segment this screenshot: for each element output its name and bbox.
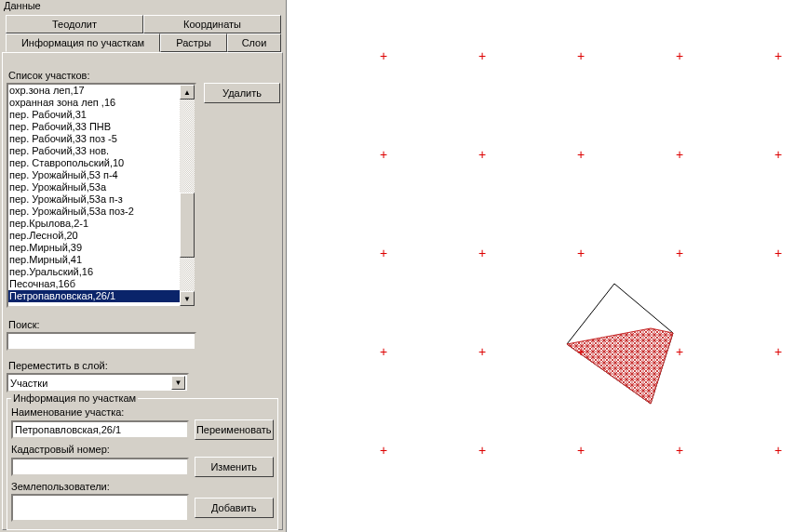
grid-cross-icon: + bbox=[380, 49, 387, 62]
grid-cross-icon: + bbox=[676, 148, 683, 161]
rename-button[interactable]: Переименовать bbox=[195, 419, 274, 440]
grid-cross-icon: + bbox=[478, 444, 486, 457]
grid-cross-icon: + bbox=[774, 345, 782, 358]
grid-cross-icon: + bbox=[478, 148, 486, 161]
tab-layers[interactable]: Слои bbox=[227, 33, 281, 52]
panel-body: Список участков: охр.зона леп,17охранная… bbox=[2, 52, 283, 530]
move-layer-label: Переместить в слой: bbox=[8, 360, 280, 371]
tab-coordinates[interactable]: Координаты bbox=[143, 15, 281, 33]
cadastral-label: Кадастровый номер: bbox=[11, 444, 274, 455]
add-button[interactable]: Добавить bbox=[195, 498, 274, 518]
cadastral-input[interactable] bbox=[11, 458, 189, 476]
landusers-label: Землепользователи: bbox=[11, 481, 274, 492]
grid-cross-icon: + bbox=[577, 345, 585, 358]
list-item[interactable]: пер.Лесной,20 bbox=[8, 230, 180, 242]
parcel-polygon[interactable] bbox=[554, 279, 677, 409]
list-item[interactable]: пер. Ставропольский,10 bbox=[8, 157, 180, 169]
list-item[interactable]: Петропавловская,26/1 bbox=[8, 290, 180, 302]
info-fieldset: Информация по участкам Наименование учас… bbox=[7, 398, 278, 530]
parcel-name-label: Наименование участка: bbox=[11, 406, 274, 418]
listbox-scrollbar[interactable]: ▲ ▼ bbox=[180, 85, 195, 306]
grid-cross-icon: + bbox=[676, 49, 683, 62]
list-item[interactable]: пер. Рабочий,33 нов. bbox=[8, 145, 180, 157]
list-item[interactable]: пер. Рабочий,31 bbox=[8, 109, 180, 121]
grid-cross-icon: + bbox=[380, 444, 387, 457]
grid-cross-icon: + bbox=[577, 148, 585, 161]
list-item[interactable]: охранная зона леп ,16 bbox=[8, 97, 180, 109]
map-canvas[interactable]: +++++++++++++++++++++++++ bbox=[288, 0, 794, 532]
scroll-down-icon[interactable]: ▼ bbox=[180, 291, 195, 306]
grid-cross-icon: + bbox=[478, 246, 486, 259]
tab-rasters[interactable]: Растры bbox=[160, 33, 227, 52]
grid-cross-icon: + bbox=[577, 444, 585, 457]
edit-button[interactable]: Изменить bbox=[195, 457, 274, 477]
list-item[interactable]: пер. Рабочий,33 поз -5 bbox=[8, 133, 180, 145]
tab-bar-top: Теодолит Координаты bbox=[6, 15, 281, 33]
list-item[interactable]: Песочная,16б bbox=[8, 278, 180, 290]
parcel-listbox[interactable]: охр.зона леп,17охранная зона леп ,16пер.… bbox=[7, 83, 196, 308]
landusers-box[interactable] bbox=[11, 494, 189, 522]
grid-cross-icon: + bbox=[577, 49, 585, 62]
grid-cross-icon: + bbox=[380, 246, 387, 259]
side-panel: Данные Теодолит Координаты Информация по… bbox=[0, 0, 287, 532]
tab-theodolite[interactable]: Теодолит bbox=[6, 15, 143, 33]
grid-cross-icon: + bbox=[774, 49, 782, 62]
search-input[interactable] bbox=[7, 332, 196, 351]
move-layer-select[interactable]: Участки ▼ bbox=[7, 373, 189, 392]
grid-cross-icon: + bbox=[676, 246, 683, 259]
list-item[interactable]: пер. Рабочий,33 ПНВ bbox=[8, 121, 180, 133]
grid-cross-icon: + bbox=[676, 345, 683, 358]
list-item[interactable]: пер.Уральский,16 bbox=[8, 266, 180, 278]
grid-cross-icon: + bbox=[774, 246, 782, 259]
scroll-up-icon[interactable]: ▲ bbox=[180, 85, 195, 100]
tab-parcel-info[interactable]: Информация по участкам bbox=[6, 33, 160, 52]
scroll-thumb[interactable] bbox=[180, 193, 195, 258]
grid-cross-icon: + bbox=[774, 444, 782, 457]
grid-cross-icon: + bbox=[577, 246, 585, 259]
list-item[interactable]: пер.Мирный,39 bbox=[8, 242, 180, 254]
list-item[interactable]: пер. Урожайный,53а поз-2 bbox=[8, 206, 180, 218]
search-label: Поиск: bbox=[8, 319, 280, 330]
move-layer-value: Участки bbox=[10, 378, 47, 389]
panel-title: Данные bbox=[4, 0, 41, 11]
list-item[interactable]: охр.зона леп,17 bbox=[8, 85, 180, 97]
grid-cross-icon: + bbox=[676, 444, 683, 457]
list-item[interactable]: пер. Урожайный,53 п-4 bbox=[8, 169, 180, 181]
parcel-list-label: Список участков: bbox=[8, 70, 280, 81]
tab-bar-bottom: Информация по участкам Растры Слои bbox=[6, 33, 281, 52]
grid-cross-icon: + bbox=[774, 148, 782, 161]
delete-button[interactable]: Удалить bbox=[204, 83, 280, 103]
list-item[interactable]: пер.Крылова,2-1 bbox=[8, 218, 180, 230]
grid-cross-icon: + bbox=[380, 148, 387, 161]
parcel-name-input[interactable] bbox=[11, 420, 189, 439]
grid-cross-icon: + bbox=[380, 345, 387, 358]
list-item[interactable]: пер.Мирный,41 bbox=[8, 254, 180, 266]
list-item[interactable]: пер. Урожайный,53а п-з bbox=[8, 193, 180, 206]
grid-cross-icon: + bbox=[478, 49, 486, 62]
list-item[interactable]: пер. Урожайный,53а bbox=[8, 181, 180, 193]
info-legend: Информация по участкам bbox=[11, 392, 138, 404]
chevron-down-icon: ▼ bbox=[171, 376, 185, 390]
grid-cross-icon: + bbox=[478, 345, 486, 358]
scroll-track[interactable] bbox=[180, 100, 195, 291]
